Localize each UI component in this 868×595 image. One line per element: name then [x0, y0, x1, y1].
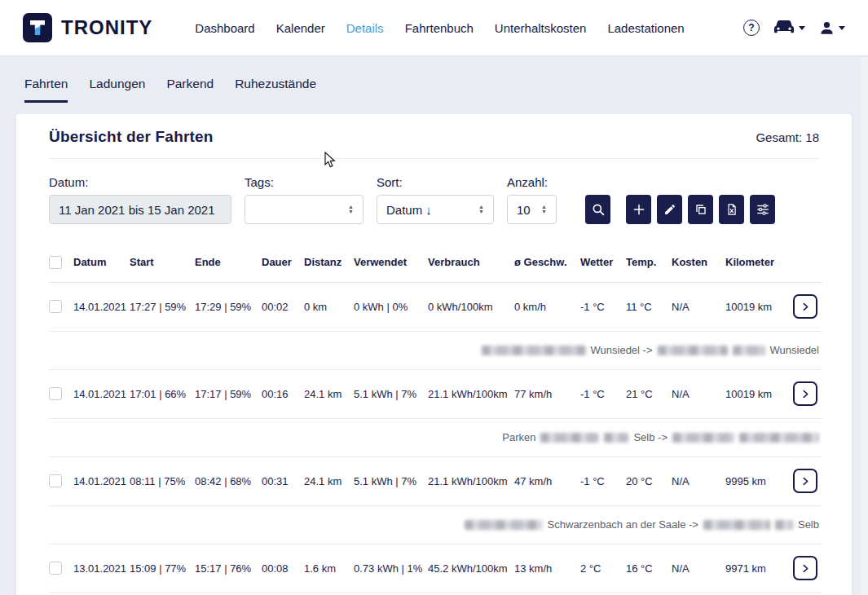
cell-temp: 16 °C — [626, 544, 672, 593]
plus-icon — [632, 202, 646, 217]
cell-kosten: N/A — [672, 544, 725, 593]
redacted-address — [703, 520, 770, 530]
cell-start: 08:11 | 75% — [130, 456, 195, 505]
select-arrows-icon: ▲▼ — [478, 205, 484, 214]
sliders-icon — [756, 202, 770, 217]
trip-route-row: Wunsiedel ->Wunsiedel — [49, 331, 822, 369]
route-location-text: Parken — [502, 431, 535, 443]
chevron-right-icon — [800, 563, 811, 574]
add-button[interactable] — [626, 195, 651, 224]
route-location-text: Wunsiedel -> — [591, 344, 653, 356]
row-checkbox[interactable] — [49, 474, 62, 487]
cell-distanz: 24.1 km — [304, 456, 354, 505]
count-filter-group: Anzahl: 10 ▲▼ — [507, 175, 557, 224]
cell-temp: 20 °C — [626, 456, 672, 505]
nav-item-ladestationen[interactable]: Ladestationen — [607, 21, 684, 35]
section-tabs: FahrtenLadungenParkendRuhezustände — [24, 77, 337, 103]
row-checkbox[interactable] — [49, 387, 62, 400]
cell-verbrauch: 0 kWh/100km — [428, 282, 514, 331]
cell-dauer: 00:31 — [262, 456, 304, 505]
cell-wetter: -1 °C — [580, 369, 626, 418]
row-checkbox[interactable] — [49, 300, 62, 313]
cell-kilometer: 9995 km — [725, 456, 790, 505]
export-excel-button[interactable] — [719, 195, 744, 224]
date-filter-group: Datum: — [49, 175, 231, 224]
user-menu[interactable] — [819, 20, 845, 36]
nav-item-fahrtenbuch[interactable]: Fahrtenbuch — [405, 21, 474, 35]
date-range-input[interactable] — [49, 195, 231, 224]
row-detail-button[interactable] — [793, 469, 817, 493]
redacted-address — [604, 433, 628, 443]
column-header-distanz: Distanz — [304, 242, 354, 282]
pencil-icon — [663, 203, 676, 216]
tronity-logo[interactable]: TRONITY — [23, 13, 152, 42]
column-header-verbrauch: Verbrauch — [428, 242, 514, 282]
tags-select[interactable]: ▲▼ — [245, 195, 364, 224]
cell-geschw: 13 km/h — [514, 544, 580, 593]
redacted-address — [540, 433, 599, 443]
redacted-address — [739, 433, 819, 443]
user-icon — [819, 20, 835, 36]
select-arrows-icon: ▲▼ — [348, 205, 354, 214]
top-navigation-bar: TRONITY DashboardKalenderDetailsFahrtenb… — [0, 0, 868, 56]
cell-kosten: N/A — [672, 282, 725, 331]
redacted-address — [482, 346, 586, 355]
vehicle-icon — [773, 20, 795, 36]
tab-parkend[interactable]: Parkend — [166, 77, 214, 103]
redacted-address — [775, 520, 793, 530]
chevron-right-icon — [800, 302, 811, 312]
cell-verwendet: 5.1 kWh | 7% — [354, 456, 428, 505]
cell-datum: 14.01.2021 — [73, 369, 130, 418]
column-header-dauer: Dauer — [262, 242, 304, 282]
cell-geschw: 0 km/h — [514, 282, 580, 331]
cell-ende: 15:17 | 76% — [195, 544, 262, 593]
column-header-temp: Temp. — [626, 242, 672, 282]
vehicle-menu[interactable] — [773, 20, 805, 36]
redacted-address — [733, 346, 765, 355]
select-all-checkbox[interactable] — [49, 256, 62, 269]
nav-item-kalender[interactable]: Kalender — [276, 21, 325, 35]
filter-bar: Datum: Tags: ▲▼ Sort: Datum ↓ ▲▼ Anzahl:… — [49, 175, 819, 224]
tab-fahrten[interactable]: Fahrten — [24, 77, 68, 103]
help-icon[interactable]: ? — [743, 20, 760, 36]
date-filter-label: Datum: — [49, 175, 231, 189]
page-size-select[interactable]: 10 ▲▼ — [507, 195, 557, 224]
cell-geschw: 77 km/h — [514, 369, 580, 418]
row-checkbox[interactable] — [49, 562, 62, 575]
nav-item-details[interactable]: Details — [346, 21, 384, 35]
cell-start: 17:01 | 66% — [130, 369, 195, 418]
row-detail-button[interactable] — [793, 294, 817, 319]
scrollbar-track[interactable] — [861, 57, 868, 595]
row-detail-button[interactable] — [793, 556, 817, 580]
route-location-text: Selb -> — [633, 431, 668, 443]
row-detail-button[interactable] — [793, 381, 817, 406]
tab-ladungen[interactable]: Ladungen — [89, 77, 145, 103]
search-icon — [591, 202, 606, 217]
route-location-text: Wunsiedel — [770, 344, 819, 356]
tags-filter-group: Tags: ▲▼ — [245, 175, 364, 224]
tab-ruhezustände[interactable]: Ruhezustände — [235, 77, 316, 103]
column-header-verwendet: Verwendet — [354, 242, 428, 282]
copy-button[interactable] — [688, 195, 713, 224]
nav-item-unterhaltskosten[interactable]: Unterhaltskosten — [495, 21, 587, 35]
sort-select[interactable]: Datum ↓ ▲▼ — [377, 195, 494, 224]
cell-dauer: 00:08 — [262, 544, 304, 593]
cell-start: 15:09 | 77% — [130, 544, 195, 593]
redacted-address — [465, 520, 543, 530]
edit-button[interactable] — [657, 195, 682, 224]
cell-kilometer: 10019 km — [725, 369, 790, 418]
sliders-button[interactable] — [750, 195, 775, 224]
cell-dauer: 00:16 — [262, 369, 304, 418]
search-button[interactable] — [585, 195, 610, 224]
nav-item-dashboard[interactable]: Dashboard — [195, 21, 254, 35]
cell-verbrauch: 21.1 kWh/100km — [428, 369, 514, 418]
column-header-wetter: Wetter — [580, 242, 626, 282]
column-header-kilometer: Kilometer — [725, 242, 790, 282]
cell-datum: 14.01.2021 — [73, 456, 130, 505]
column-header-geschw: ø Geschw. — [514, 242, 580, 282]
count-filter-label: Anzahl: — [507, 175, 557, 189]
column-header-start: Start — [130, 242, 195, 282]
chevron-right-icon — [800, 389, 811, 399]
cell-wetter: 2 °C — [580, 544, 626, 593]
column-header-ende: Ende — [195, 242, 262, 282]
